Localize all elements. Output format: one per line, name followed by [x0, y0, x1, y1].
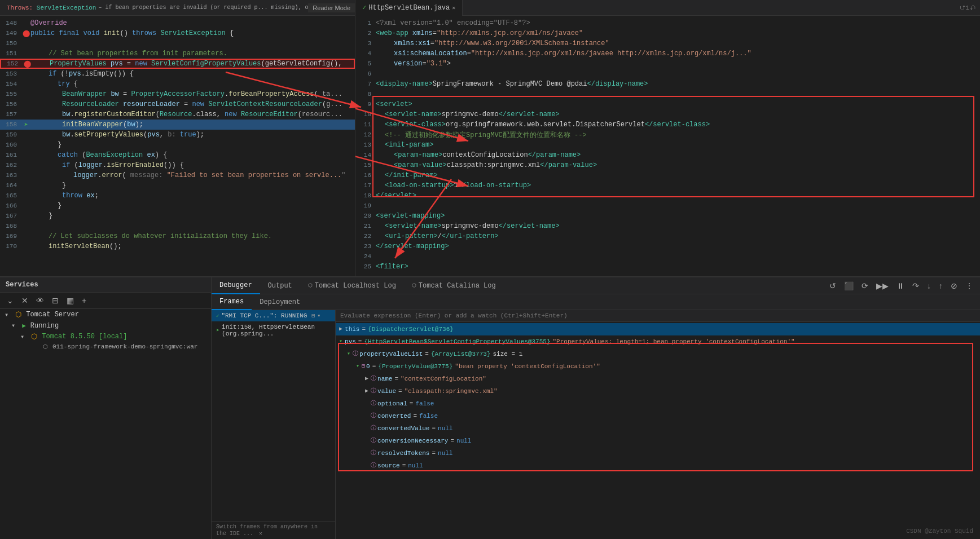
- vars-panel: Evaluate expression (Enter) or add a wat…: [336, 310, 980, 539]
- services-header: Services: [0, 277, 211, 293]
- code-line-163: 163 logger.error( message: "Failed to se…: [0, 170, 355, 180]
- var-item-resolved-tokens[interactable]: ▶ ⓘ resolvedTokens = null: [336, 447, 980, 460]
- code-line-156: 156 ResourceLoader resourceLoader = new …: [0, 99, 355, 109]
- var-item-this[interactable]: ▶ this = {DispatcherServlet@736}: [336, 323, 980, 335]
- code-line-160: 160 }: [0, 140, 355, 150]
- restart-button[interactable]: ⟳: [859, 280, 871, 291]
- code-line-168: 168: [0, 221, 355, 231]
- fd-tab-frames[interactable]: Frames: [212, 294, 252, 310]
- settings-button[interactable]: ⋮: [963, 280, 975, 291]
- step-out-button[interactable]: ↑: [937, 280, 945, 291]
- var-item-value[interactable]: ▶ ⓘ value = "classpath:springmvc.xml": [336, 385, 980, 397]
- filter-button[interactable]: ⊟: [50, 295, 61, 306]
- xml-line-6: 6: [355, 69, 980, 79]
- variables-list: ▶ this = {DispatcherServlet@736} ▾ pvs =…: [336, 322, 980, 473]
- eye-button[interactable]: 👁: [34, 295, 46, 306]
- close-services-button[interactable]: ✕: [19, 295, 30, 306]
- war-label: 011-spring-framework-demo-springmvc:war: [52, 343, 197, 350]
- code-line-170: 170 initServletBean();: [0, 241, 355, 251]
- code-line-153: 153 if (!pvs.isEmpty()) {: [0, 69, 355, 79]
- code-line-161: 161 catch (BeansException ex) {: [0, 150, 355, 160]
- code-line-167: 167 }: [0, 211, 355, 221]
- step-over-button[interactable]: ↷: [910, 280, 921, 291]
- frame-rmi-label: "RMI TCP C...": RUNNING: [221, 312, 307, 319]
- add-button[interactable]: +: [80, 295, 89, 306]
- filter-icon: ⊟: [311, 312, 315, 319]
- tomcat-icon: ⬡: [31, 332, 37, 341]
- tab-output[interactable]: Output: [260, 277, 300, 294]
- xml-tab-httpservletbean[interactable]: ✓ HttpServletBean.java ✕: [355, 0, 463, 16]
- switch-frames-note: Switch frames from anywhere in the IDE .…: [212, 521, 336, 539]
- fd-tab-deployment[interactable]: Deployment: [252, 294, 308, 310]
- close-icon[interactable]: ✕: [452, 5, 455, 11]
- xml-line-23: 23 </servlet-mapping>: [355, 241, 980, 251]
- server-expand-arrow: ▾: [5, 311, 8, 319]
- tomcat-server-label: Tomcat Server: [26, 311, 79, 319]
- watermark: CSDN @Zayton Squid: [906, 528, 973, 534]
- pause-button[interactable]: ⏸: [894, 280, 907, 291]
- tab-debugger[interactable]: Debugger: [212, 277, 260, 294]
- var-item-converted[interactable]: ▶ ⓘ converted = false: [336, 410, 980, 422]
- play-icon: ▶: [22, 322, 26, 329]
- var-item-optional[interactable]: ▶ ⓘ optional = false: [336, 397, 980, 410]
- code-line-157: 157 bw.registerCustomEditor(Resource.cla…: [0, 109, 355, 120]
- left-code-tabs: Throws: ServletException – if bean prope…: [0, 0, 355, 16]
- xml-line-18: 18 </servlet>: [355, 191, 980, 201]
- running-label: Running: [30, 322, 59, 330]
- tree-item-running[interactable]: ▾ ▶ Running: [0, 320, 211, 331]
- warning-text: Throws: ServletException: [7, 5, 96, 11]
- stop-button[interactable]: ⬛: [842, 280, 856, 291]
- tab-output-label: Output: [268, 282, 292, 290]
- xml-line-24: 24: [355, 251, 980, 262]
- reader-mode-button[interactable]: Reader Mode: [308, 3, 355, 12]
- var-item-conversion-necessary[interactable]: ▶ ⓘ conversionNecessary = null: [336, 435, 980, 447]
- bottom-area: Services ⌄ ✕ 👁 ⊟ ▦ + ▾ ⬡ Tomcat Server ▾…: [0, 276, 980, 539]
- xml-line-13: 13 <init-param>: [355, 140, 980, 150]
- debugger-tabs: Debugger Output ⬡ Tomcat Localhost Log ⬡…: [212, 277, 980, 294]
- var-item-0[interactable]: ▾ ⊟ 0 = {PropertyValue@3775} "bean prope…: [336, 360, 980, 373]
- var-item-pvs[interactable]: ▾ pvs = {HttpServletBean$ServletConfigPr…: [336, 335, 980, 348]
- debugger-panel: Debugger Output ⬡ Tomcat Localhost Log ⬡…: [212, 277, 980, 539]
- version-label: ⮍1⮏: [959, 4, 975, 11]
- xml-line-20: 20 <servlet-mapping>: [355, 211, 980, 221]
- resume-button[interactable]: ↺: [827, 280, 838, 291]
- tomcat-local-label: Tomcat 8.5.50 [local]: [42, 333, 127, 341]
- xml-line-8: 8: [355, 89, 980, 99]
- code-line-149: 149 ⬤ public final void init() throws Se…: [0, 28, 355, 38]
- frame-init-label: init:158, HttpServletBean (org.spring...: [222, 324, 331, 337]
- code-line-164: 164 }: [0, 180, 355, 191]
- xml-line-3: 3 xmlns:xsi="http://www.w3.org/2001/XMLS…: [355, 38, 980, 48]
- code-line-155: 155 BeanWrapper bw = PropertyAccessorFac…: [0, 89, 355, 99]
- var-item-name[interactable]: ▶ ⓘ name = "contextConfigLocation": [336, 373, 980, 385]
- mute-button[interactable]: ⊘: [948, 280, 960, 291]
- xml-line-15: 15 <param-value>classpath:springmvc.xml<…: [355, 160, 980, 170]
- deployment-label: Deployment: [260, 298, 300, 306]
- debugger-content: ✓ "RMI TCP C...": RUNNING ⊟ ▾ ➤ init:158…: [212, 310, 980, 539]
- tab-tomcat-localhost[interactable]: ⬡ Tomcat Localhost Log: [300, 277, 404, 294]
- warning-desc: – if bean properties are invalid (or req…: [98, 5, 308, 11]
- services-toolbar: ⌄ ✕ 👁 ⊟ ▦ +: [0, 293, 211, 309]
- collapse-all-button[interactable]: ⌄: [5, 295, 16, 306]
- var-item-source[interactable]: ▶ ⓘ source = null: [336, 460, 980, 472]
- tree-item-tomcat-server[interactable]: ▾ ⬡ Tomcat Server: [0, 309, 211, 320]
- xml-line-11: 11 <servlet-class>org.springframework.we…: [355, 120, 980, 130]
- tab-catalina-label: Tomcat Catalina Log: [419, 282, 496, 290]
- run-button[interactable]: ▶▶: [874, 280, 891, 291]
- xml-line-16: 16 </init-param>: [355, 170, 980, 180]
- tree-item-war[interactable]: ⬡ 011-spring-framework-demo-springmvc:wa…: [0, 342, 211, 351]
- tree-item-tomcat-local[interactable]: ▾ ⬡ Tomcat 8.5.50 [local]: [0, 331, 211, 342]
- tab-tomcat-catalina[interactable]: ⬡ Tomcat Catalina Log: [404, 277, 504, 294]
- var-item-converted-value[interactable]: ▶ ⓘ convertedValue = null: [336, 422, 980, 435]
- xml-content: 1 <?xml version="1.0" encoding="UTF-8"?>…: [355, 16, 980, 274]
- code-line-165: 165 throw ex;: [0, 191, 355, 201]
- eval-placeholder: Evaluate expression (Enter) or add a wat…: [340, 312, 568, 319]
- code-line-154: 154 try {: [0, 79, 355, 89]
- xml-line-2: 2 <web-app xmlns="http://xmlns.jcp.org/x…: [355, 28, 980, 38]
- code-line-151: 151 // Set bean properties from init par…: [0, 48, 355, 59]
- xml-tabs: ✓ HttpServletBean.java ✕ ⮍1⮏: [355, 0, 980, 16]
- close-note-icon[interactable]: ✕: [259, 531, 262, 537]
- xml-line-9: 9 <servlet>: [355, 99, 980, 109]
- step-into-button[interactable]: ↓: [925, 280, 933, 291]
- group-button[interactable]: ▦: [64, 295, 76, 306]
- var-item-property-value-list[interactable]: ▾ ⓘ propertyValueList = {ArrayList@3773}…: [336, 348, 980, 360]
